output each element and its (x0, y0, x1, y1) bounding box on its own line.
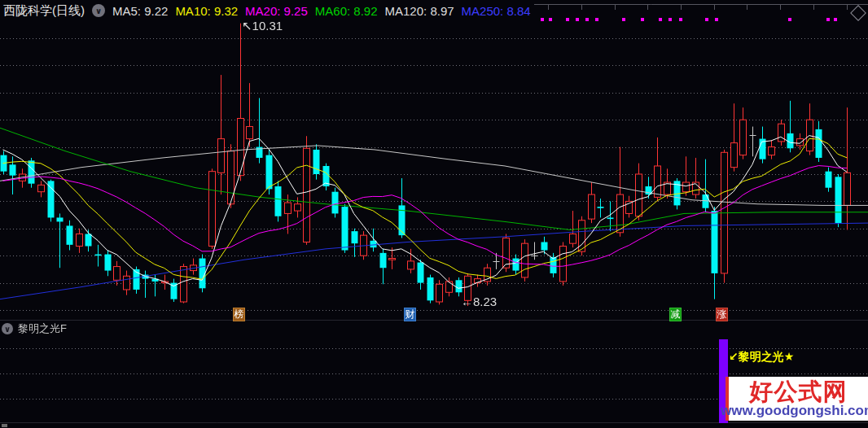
ma10-value: MA10: 9.32 (175, 4, 238, 18)
ma20-value: MA20: 9.25 (245, 4, 308, 18)
ma60-value: MA60: 8.92 (315, 4, 378, 18)
flag-marker-zhang[interactable]: 涨 (716, 308, 728, 321)
flag-marker-cai[interactable]: 财 (404, 308, 416, 321)
watermark-box: 好公式网 www.goodgongshi.com (726, 377, 868, 421)
flag-marker-bang[interactable]: 榜 (233, 308, 245, 321)
ma250-value: MA250: 8.84 (462, 4, 531, 18)
chevron-down-icon[interactable]: ∨ (2, 323, 13, 334)
chart-header: 西陇科学(日线) ∨ MA5: 9.22 MA10: 9.32 MA20: 9.… (0, 0, 534, 21)
watermark-url: www.goodgongshi.com (721, 404, 868, 417)
indicator-title: 黎明之光F (18, 321, 67, 336)
stock-title: 西陇科学(日线) (3, 3, 85, 19)
stock-chart-window: 西陇科学(日线) ∨ MA5: 9.22 MA10: 9.32 MA20: 9.… (0, 0, 868, 428)
low-price-annotation: ←8.23 (461, 295, 497, 308)
ma120-value: MA120: 8.97 (385, 4, 454, 18)
chevron-down-icon[interactable]: ∨ (92, 4, 105, 17)
indicator-panel-header: ∨ 黎明之光F (2, 321, 67, 336)
signal-label: ↙黎明之光★ (729, 350, 794, 365)
ma5-value: MA5: 9.22 (112, 4, 168, 18)
watermark-title: 好公式网 (750, 380, 848, 404)
scrollbar-grip[interactable] (2, 424, 7, 427)
flag-marker-jian[interactable]: 减 (669, 308, 682, 321)
